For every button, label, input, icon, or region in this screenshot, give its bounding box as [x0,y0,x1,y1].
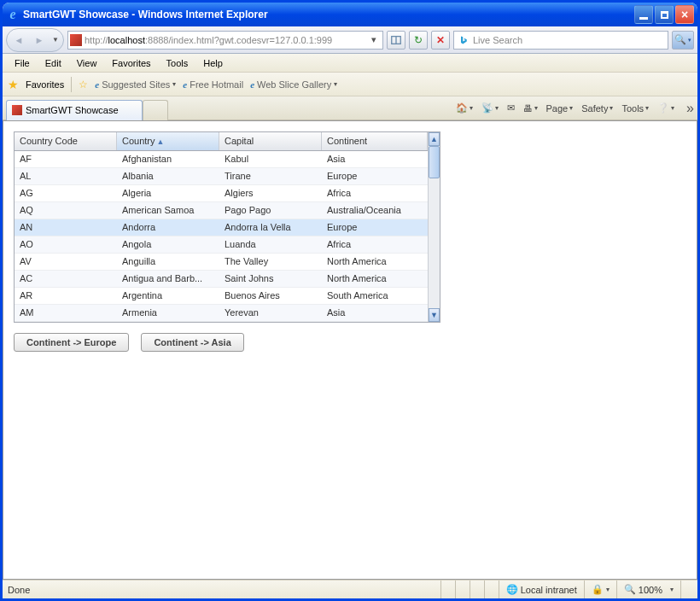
stop-button[interactable]: ✕ [431,31,450,50]
menu-help[interactable]: Help [196,56,230,70]
menu-file[interactable]: File [8,56,37,70]
header-capital[interactable]: Capital [219,132,322,150]
status-empty-4 [484,581,499,598]
scroll-thumb[interactable] [429,146,440,178]
print-button[interactable]: 🖶▾ [523,103,538,114]
new-tab-button[interactable] [143,100,168,120]
nav-bar: ◄ ► ▼ http://localhost:8888/index.html?g… [3,26,697,54]
zoom-control[interactable]: 🔍100% ▾ [616,581,680,598]
table-row[interactable]: AGAlgeriaAlgiersAfrica [15,185,428,202]
cell-continent: Africa [322,185,428,201]
status-empty-1 [440,581,455,598]
cell-continent: South America [322,288,428,304]
menu-favorites[interactable]: Favorites [105,56,157,70]
suggested-sites-link[interactable]: eSuggested Sites▾ [95,79,176,90]
scroll-up-button[interactable]: ▲ [429,132,440,146]
cell-code: AR [15,288,117,304]
header-country[interactable]: Country▲ [117,132,219,150]
ie-icon: e [6,8,20,21]
home-button[interactable]: 🏠▾ [456,102,473,114]
nav-history-dropdown[interactable]: ▼ [50,31,61,50]
cell-capital: Luanda [219,236,322,253]
compat-view-button[interactable] [387,31,405,50]
scroll-track[interactable] [429,146,440,308]
free-hotmail-link[interactable]: eFree Hotmail [183,79,243,90]
search-button[interactable]: 🔍▾ [672,31,694,50]
protected-mode[interactable]: 🔒▾ [584,581,616,598]
sort-asc-icon: ▲ [157,137,165,146]
cell-country: Algeria [117,185,219,201]
cell-continent: Europe [322,219,428,236]
refresh-button[interactable]: ↻ [409,31,428,50]
cell-capital: Pago Pago [219,202,322,219]
minimize-button[interactable] [634,5,653,24]
ie-page-icon: e [183,79,187,90]
status-zone[interactable]: 🌐Local intranet [499,581,584,598]
cell-continent: Asia [322,151,428,167]
table-row[interactable]: AOAngolaLuandaAfrica [15,236,428,254]
status-empty-2 [455,581,470,598]
search-input[interactable]: Live Search [453,31,668,50]
address-dropdown[interactable]: ▾ [367,34,381,45]
table-row[interactable]: AVAnguillaThe ValleyNorth America [15,254,428,271]
address-bar[interactable]: http://localhost:8888/index.html?gwt.cod… [67,31,383,50]
favorites-label[interactable]: Favorites [26,79,64,90]
cell-capital: Kabul [219,151,322,167]
safety-menu[interactable]: Safety▾ [581,103,613,114]
help-button[interactable]: ❔▾ [657,102,674,114]
grid-scrollbar[interactable]: ▲ ▼ [428,132,440,322]
cell-capital: The Valley [219,254,322,270]
cell-country: Albania [117,168,219,184]
menu-view[interactable]: View [70,56,104,70]
address-text: http://localhost:8888/index.html?gwt.cod… [85,35,367,45]
page-menu[interactable]: Page▾ [546,103,574,114]
back-button[interactable]: ◄ [9,31,29,50]
cell-capital: Andorra la Vella [219,219,322,236]
table-row[interactable]: AQAmerican SamoaPago PagoAustralia/Ocean… [15,202,428,219]
feeds-button[interactable]: 📡▾ [481,102,499,114]
cmdbar-overflow[interactable]: » [686,101,694,116]
read-mail-button[interactable]: ✉ [507,102,515,114]
table-row[interactable]: ARArgentinaBuenos AiresSouth America [15,288,428,305]
table-row[interactable]: ALAlbaniaTiraneEurope [15,168,428,185]
table-row[interactable]: ANAndorraAndorra la VellaEurope [15,219,428,236]
tab-smartgwt-showcase[interactable]: SmartGWT Showcase [6,100,143,120]
menu-tools[interactable]: Tools [160,56,195,70]
table-row[interactable]: AFAfghanistanKabulAsia [15,151,428,168]
cell-continent: Europe [322,168,428,184]
cell-continent: North America [322,271,428,287]
zone-icon: 🌐 [506,584,518,595]
cell-country: American Samoa [117,202,219,219]
table-row[interactable]: AMArmeniaYerevanAsia [15,305,428,322]
titlebar: e SmartGWT Showcase - Windows Internet E… [3,3,697,26]
continent-europe-button[interactable]: Continent -> Europe [14,333,129,352]
continent-asia-button[interactable]: Continent -> Asia [141,333,243,352]
favorites-star-icon[interactable]: ★ [8,78,19,91]
header-country-code[interactable]: Country Code [15,132,117,150]
page-content: Country Code Country▲ Capital Continent … [3,120,697,580]
cell-country: Anguilla [117,254,219,270]
web-slice-link[interactable]: eWeb Slice Gallery▾ [250,79,337,90]
cell-country: Afghanistan [117,151,219,167]
close-button[interactable]: × [675,5,694,24]
resize-grip[interactable] [680,581,692,598]
header-continent[interactable]: Continent [322,132,428,150]
menu-edit[interactable]: Edit [38,56,68,70]
maximize-button[interactable] [655,5,674,24]
cell-country: Andorra [117,219,219,236]
country-grid: Country Code Country▲ Capital Continent … [14,131,440,323]
table-row[interactable]: ACAntigua and Barb...Saint JohnsNorth Am… [15,271,428,288]
ie-page-icon: e [250,79,254,90]
scroll-down-button[interactable]: ▼ [429,308,440,322]
forward-button[interactable]: ► [29,31,50,50]
cell-code: AF [15,151,117,167]
tools-menu[interactable]: Tools▾ [621,103,649,114]
status-text: Done [8,585,30,595]
add-favorite-icon[interactable]: ☆ [79,79,88,90]
bing-icon [458,34,470,46]
cell-code: AV [15,254,117,270]
cell-capital: Tirane [219,168,322,184]
ie-page-icon: e [95,79,99,90]
grid-body: AFAfghanistanKabulAsiaALAlbaniaTiraneEur… [15,151,428,322]
cell-continent: Africa [322,236,428,253]
